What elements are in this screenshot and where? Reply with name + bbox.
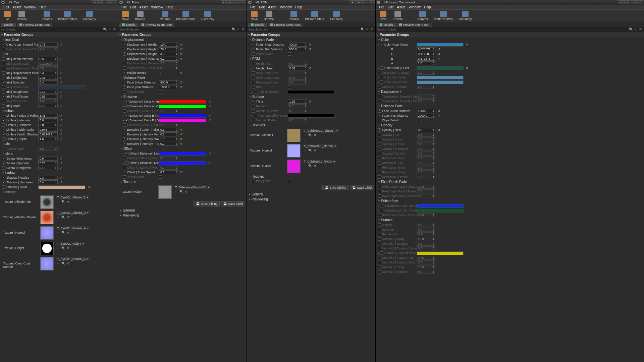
- ue-logo-icon: U: [1, 1, 5, 4]
- group-limbus[interactable]: mbus: [0, 108, 118, 113]
- color-swatch: [38, 85, 85, 89]
- texture-thumb[interactable]: [40, 195, 54, 209]
- reset-icon[interactable]: ↺: [59, 43, 62, 46]
- checkbox[interactable]: [2, 43, 5, 46]
- reset-icon[interactable]: ↺: [66, 200, 70, 203]
- texture-thumb[interactable]: [40, 211, 54, 224]
- filter-icon[interactable]: ≡: [108, 27, 112, 32]
- toolbar: ve Browse Params Platform Stats Hierarch…: [0, 9, 118, 22]
- group-textures[interactable]: extures: [0, 189, 118, 194]
- details-panel: Parameter Groups lear Coat Clear Coat | …: [0, 32, 118, 362]
- menu-edit[interactable]: Edit: [2, 5, 10, 9]
- window-pulse: U MI_Pulse ▾−□× FileEditAssetWindowHelp …: [118, 0, 247, 362]
- hierarchy-button[interactable]: Hierarchy: [81, 10, 98, 21]
- menu-help[interactable]: Help: [38, 5, 48, 9]
- texture-thumb[interactable]: [40, 242, 54, 255]
- titlebar: U MI_Eye ▾ − □ ×: [0, 0, 118, 5]
- browse-button[interactable]: Browse: [15, 10, 29, 21]
- close-icon[interactable]: ×: [111, 0, 117, 4]
- texture-dropdown[interactable]: T_Eye001_Albedo_B: [56, 195, 90, 199]
- window-eye: U MI_Eye ▾ − □ × Edit Asset Window Help …: [0, 0, 118, 362]
- texture-thumb[interactable]: [40, 257, 54, 270]
- window-liquid: UMI_Liquid_Translucent▾−□× FileEditAsset…: [376, 0, 644, 362]
- spinner[interactable]: 0.75▴▾: [38, 43, 58, 47]
- browse-button[interactable]: Browse: [133, 10, 147, 21]
- group-sclera[interactable]: clera: [0, 151, 118, 156]
- window-pom: UMI_POM▾−□× FileEditAssetWindowHelp Save…: [247, 0, 376, 362]
- group-shadow[interactable]: hadow: [0, 170, 118, 175]
- group-main[interactable]: ain: [0, 141, 118, 146]
- menu-asset[interactable]: Asset: [11, 5, 22, 9]
- checkbox[interactable]: [2, 48, 5, 51]
- save-child-button[interactable]: 💾 Save Child: [221, 201, 245, 206]
- menubar: Edit Asset Window Help: [0, 5, 118, 9]
- search-icon[interactable]: 🔍: [103, 27, 107, 32]
- general-section[interactable]: General: [118, 208, 247, 213]
- color-swatch[interactable]: [38, 185, 85, 189]
- color-swatch[interactable]: [159, 100, 206, 104]
- group-iris[interactable]: ls: [0, 52, 118, 57]
- group-clearcoat[interactable]: lear Coat: [0, 37, 118, 42]
- search-bar: 🔍 ≡ 👁: [0, 27, 118, 32]
- window-title[interactable]: MI_Pulse: [124, 0, 142, 4]
- eye-icon[interactable]: 👁: [112, 27, 116, 32]
- editor-tabs: Details Preview Scene Sett: [0, 22, 118, 27]
- menu-window[interactable]: Window: [23, 5, 38, 9]
- minimize-icon[interactable]: −: [98, 0, 104, 4]
- btn-ve[interactable]: ve: [2, 10, 13, 21]
- save-button[interactable]: Save: [120, 10, 131, 21]
- tab-details[interactable]: Details: [1, 23, 16, 27]
- maximize-icon[interactable]: □: [105, 0, 111, 4]
- ue-logo-icon: U: [119, 1, 123, 4]
- save-sibling-button[interactable]: 💾 Save Sibling: [194, 201, 220, 206]
- platform-button[interactable]: Platform Stats: [56, 10, 79, 21]
- use-icon[interactable]: ←: [56, 200, 60, 203]
- params-button[interactable]: Params: [40, 10, 54, 21]
- texture-thumb[interactable]: [40, 226, 54, 240]
- window-title[interactable]: MI_Eye: [6, 0, 22, 4]
- tab-preview[interactable]: Preview Scene Sett: [17, 23, 53, 27]
- browse-icon[interactable]: 🔍: [61, 200, 66, 203]
- search-input[interactable]: [1, 28, 102, 31]
- previewing-section[interactable]: Previewing: [118, 213, 247, 218]
- arrow-icon[interactable]: ▾: [92, 0, 98, 4]
- parameter-groups-header[interactable]: Parameter Groups: [0, 32, 118, 37]
